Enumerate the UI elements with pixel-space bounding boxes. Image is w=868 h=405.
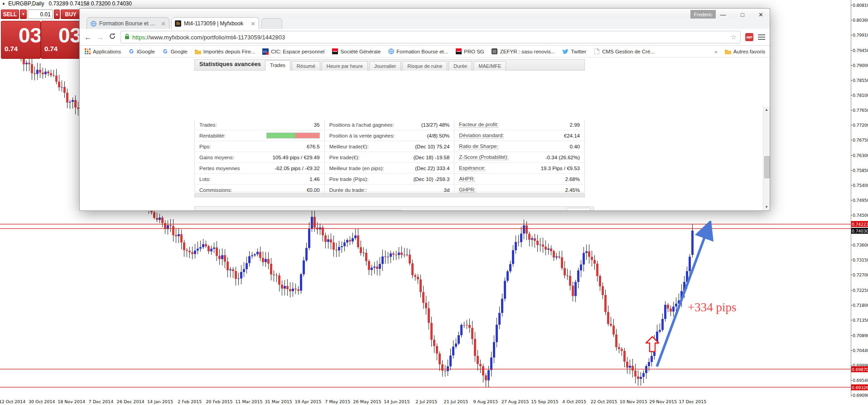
sell-quote-box[interactable]: 0.74 03 0 <box>1 21 41 59</box>
tab-close-icon[interactable]: ✕ <box>251 21 256 27</box>
stats-tab-dur-e[interactable]: Durée <box>448 61 472 71</box>
stats-tab-journalier[interactable]: Journalier <box>369 61 401 71</box>
volume-input[interactable] <box>28 10 53 19</box>
stat-label[interactable]: Espérance: <box>459 165 485 171</box>
back-button[interactable]: ← <box>84 33 92 41</box>
stat-label[interactable]: AHPR: <box>459 176 475 182</box>
date-tick-label: 2 Feb 2015 <box>178 399 202 404</box>
stat-label: Meilleur trade (en pips): <box>329 166 384 171</box>
price-tick <box>851 50 852 51</box>
stat-row: Pertes moyennes-62.05 pips / -€9.32 <box>195 163 324 174</box>
adblock-icon[interactable]: ABP <box>745 33 753 41</box>
stat-value: -62.05 pips / -€9.32 <box>275 166 320 171</box>
stats-tab-r-sum[interactable]: Résumé <box>292 61 320 71</box>
forward-button[interactable]: → <box>96 33 104 41</box>
folder-icon <box>195 48 201 55</box>
pips-annotation: +334 pips <box>688 300 737 314</box>
close-button[interactable]: ✕ <box>752 9 770 21</box>
bookmark-cms-gestion-de-cr[interactable]: CMS Gestion de Cré... <box>593 48 655 55</box>
buy-quote-box[interactable]: 0.74 03 <box>41 21 80 59</box>
stat-label[interactable]: Déviation standard: <box>459 133 504 138</box>
bookmark-label: ZEFYR : sasu renovis... <box>500 49 555 54</box>
stat-label[interactable]: Ratio de Sharpe: <box>459 143 498 149</box>
stat-value: 3d <box>444 187 450 193</box>
stat-row: Z-Score (Probabilité):-0.34 (26.62%) <box>454 152 584 163</box>
activity-tab-historique-36[interactable]: Historique (36) <box>359 210 402 210</box>
stats-panel-scrollbar[interactable] <box>194 193 585 197</box>
date-tick-label: 14 Jun 2015 <box>384 399 410 404</box>
stat-value: 0.40 <box>570 144 580 149</box>
stat-row: Pire trade (Pips):(Dec 10) -259.3 <box>325 174 454 185</box>
date-tick-label: 18 Nov 2014 <box>58 399 85 404</box>
volume-down-button[interactable]: ▼ <box>20 10 27 19</box>
bookmark-pro-sg[interactable]: PRO SG <box>455 48 484 55</box>
stat-label[interactable]: GHPR: <box>459 187 475 193</box>
stats-tab-risque-de-ruine[interactable]: Risque de ruine <box>402 61 447 71</box>
bookmark-formation-bourse-et[interactable]: Formation Bourse et... <box>388 48 448 55</box>
mt4-chart-title: ▲ EURGBP,Daily 0.73289 0.74158 0.73200 0… <box>2 0 132 7</box>
url-scheme: https <box>132 34 145 41</box>
price-tick-label: 0.71350 <box>853 317 868 322</box>
buy-button[interactable]: BUY <box>61 10 81 19</box>
price-tick-label: 0.70890 <box>853 333 868 338</box>
scroll-up-icon[interactable]: ▲ <box>763 108 770 112</box>
tab-formation-bourse[interactable]: Formation Bourse et Tradi ✕ <box>87 17 169 29</box>
other-bookmarks-folder[interactable]: Autres favoris <box>725 48 765 55</box>
reload-button[interactable] <box>109 33 116 42</box>
price-tick-label: 0.75850 <box>853 167 868 172</box>
stat-label[interactable]: Z-Score (Probabilité): <box>459 154 508 160</box>
bookmarks-overflow-chevron[interactable]: » <box>714 49 717 54</box>
bookmark-label: Formation Bourse et... <box>396 49 448 54</box>
price-badge: 0.69326 <box>851 384 868 390</box>
volume-up-button[interactable]: ▲ <box>54 10 60 19</box>
price-badge: 0.74223 <box>851 221 868 227</box>
folder-icon <box>725 48 731 55</box>
price-tick <box>851 275 852 275</box>
date-tick-label: 26 May 2015 <box>353 399 381 404</box>
stat-value: 2.68% <box>565 176 580 182</box>
bookmark-zefyr-sasu-renovis[interactable]: ZEFYR : sasu renovis... <box>492 48 555 55</box>
stat-value: (Dec 18) -19.58 <box>413 155 449 160</box>
minimize-button[interactable]: — <box>713 9 733 21</box>
tab-myfxbook[interactable]: fx Mt4-1173059 | Myfxbook ✕ <box>171 17 259 29</box>
scrollbar-thumb[interactable] <box>764 156 770 178</box>
maximize-button[interactable]: □ <box>733 9 752 21</box>
address-bar[interactable]: https://www.myfxbook.com/portfolio/mt4-1… <box>121 31 741 43</box>
price-tick-label: 0.73150 <box>853 257 868 262</box>
stats-tab-mae-mfe[interactable]: MAE/MFE <box>473 61 506 71</box>
bookmark-soci-t-g-n-rale[interactable]: Société Générale <box>332 48 381 55</box>
stats-tab-trades[interactable]: Trades <box>265 60 290 71</box>
bookmark-twitter[interactable]: Twitter <box>562 48 586 55</box>
bookmark-igoogle[interactable]: GiGoogle <box>128 48 155 55</box>
stat-label: Gains moyens: <box>199 155 234 160</box>
bookmark-label: CMS Gestion de Cré... <box>602 49 655 54</box>
more-dropdown[interactable]: Plus ▼ <box>566 208 591 210</box>
stats-tab-heure-par-heure[interactable]: Heure par heure <box>322 61 368 71</box>
price-tick <box>851 140 852 140</box>
new-tab-button[interactable] <box>261 18 282 30</box>
sell-button[interactable]: SELL <box>1 10 19 19</box>
price-tick <box>851 215 852 215</box>
stat-row: AHPR:2.68% <box>454 174 584 185</box>
stat-label[interactable]: Facteur de profit: <box>459 122 498 128</box>
browser-vertical-scrollbar[interactable]: ▲ ▼ <box>763 106 770 210</box>
bookmark-star-icon[interactable]: ☆ <box>731 33 737 41</box>
date-tick-label: 17 Dec 2015 <box>679 399 707 404</box>
bookmark-cic-espace-personnel[interactable]: CICCIC: Espace personnel <box>262 48 324 55</box>
stat-label: Position à la vente gagnées: <box>329 133 395 138</box>
bookmark-applications[interactable]: Applications <box>84 48 121 55</box>
bookmark-google[interactable]: GGoogle <box>162 48 188 55</box>
stat-value: €24.14 <box>564 133 580 138</box>
window-titlebar[interactable] <box>80 9 770 17</box>
stat-row: Pire trade(€):(Dec 18) -19.58 <box>325 152 454 163</box>
price-tick-label: 0.71800 <box>853 302 868 307</box>
bookmark-import-s-depuis-fire[interactable]: Importés depuis Fire... <box>195 48 255 55</box>
tab-close-icon[interactable]: ✕ <box>161 21 166 27</box>
date-tick-label: 11 Mar 2015 <box>235 399 262 404</box>
price-tick <box>851 380 852 381</box>
profile-badge[interactable]: Frederic <box>690 10 716 19</box>
price-tick-label: 0.73600 <box>853 243 868 248</box>
stat-value: 676.5 <box>307 144 320 149</box>
chrome-menu-icon[interactable] <box>758 34 765 40</box>
scroll-down-icon[interactable]: ▼ <box>763 205 770 209</box>
